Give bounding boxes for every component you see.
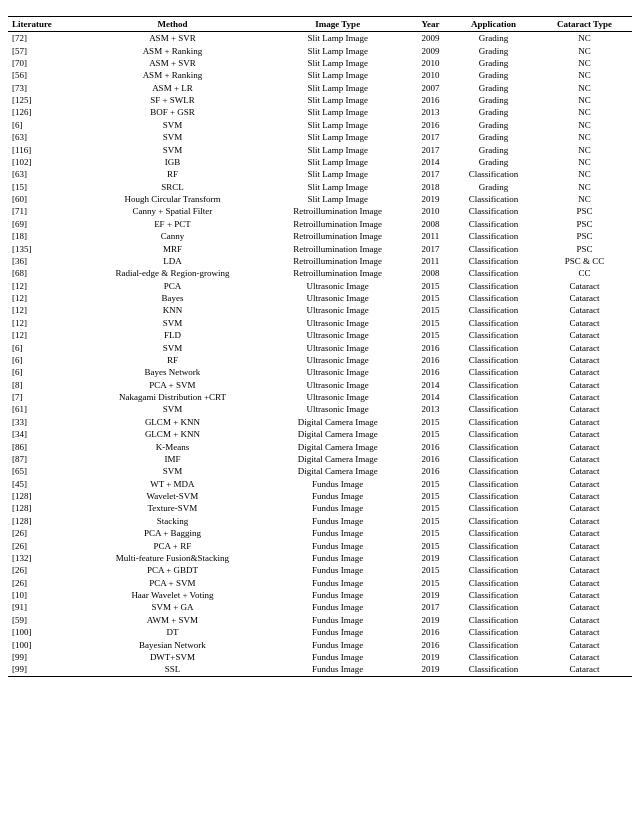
col-header-method: Method xyxy=(80,17,264,32)
cell-r44-c0: [26] xyxy=(8,577,80,589)
cell-r45-c1: Haar Wavelet + Voting xyxy=(80,589,264,601)
cell-r2-c1: ASM + SVR xyxy=(80,57,264,69)
cell-r34-c5: Cataract xyxy=(537,453,632,465)
cell-r28-c4: Classification xyxy=(450,379,537,391)
cell-r20-c1: PCA xyxy=(80,280,264,292)
col-header-year: Year xyxy=(411,17,450,32)
cell-r15-c1: EF + PCT xyxy=(80,218,264,230)
cell-r15-c5: PSC xyxy=(537,218,632,230)
cell-r5-c1: SF + SWLR xyxy=(80,94,264,106)
cell-r19-c1: Radial-edge & Region-growing xyxy=(80,267,264,279)
cell-r14-c3: 2010 xyxy=(411,205,450,217)
cell-r31-c5: Cataract xyxy=(537,416,632,428)
table-row: [12]BayesUltrasonic Image2015Classificat… xyxy=(8,292,632,304)
cell-r42-c4: Classification xyxy=(450,552,537,564)
cell-r21-c3: 2015 xyxy=(411,292,450,304)
cell-r47-c4: Classification xyxy=(450,614,537,626)
cell-r13-c0: [60] xyxy=(8,193,80,205)
cell-r39-c2: Fundus Image xyxy=(265,515,411,527)
cell-r49-c5: Cataract xyxy=(537,638,632,650)
cell-r38-c4: Classification xyxy=(450,502,537,514)
table-row: [65]SVMDigital Camera Image2016Classific… xyxy=(8,465,632,477)
cell-r34-c1: IMF xyxy=(80,453,264,465)
cell-r3-c2: Slit Lamp Image xyxy=(265,69,411,81)
table-row: [57]ASM + RankingSlit Lamp Image2009Grad… xyxy=(8,44,632,56)
cell-r37-c3: 2015 xyxy=(411,490,450,502)
cell-r6-c2: Slit Lamp Image xyxy=(265,106,411,118)
cell-r48-c0: [100] xyxy=(8,626,80,638)
cell-r4-c5: NC xyxy=(537,82,632,94)
cell-r28-c5: Cataract xyxy=(537,379,632,391)
cell-r43-c1: PCA + GBDT xyxy=(80,564,264,576)
cell-r4-c3: 2007 xyxy=(411,82,450,94)
cell-r1-c3: 2009 xyxy=(411,44,450,56)
table-row: [34]GLCM + KNNDigital Camera Image2015Cl… xyxy=(8,428,632,440)
cell-r30-c1: SVM xyxy=(80,403,264,415)
cell-r10-c0: [102] xyxy=(8,156,80,168)
cell-r36-c5: Cataract xyxy=(537,478,632,490)
cell-r28-c2: Ultrasonic Image xyxy=(265,379,411,391)
cell-r5-c4: Grading xyxy=(450,94,537,106)
cell-r44-c3: 2015 xyxy=(411,577,450,589)
cell-r39-c3: 2015 xyxy=(411,515,450,527)
cell-r35-c0: [65] xyxy=(8,465,80,477)
cell-r37-c2: Fundus Image xyxy=(265,490,411,502)
cell-r16-c4: Classification xyxy=(450,230,537,242)
cell-r1-c1: ASM + Ranking xyxy=(80,44,264,56)
cell-r28-c0: [8] xyxy=(8,379,80,391)
cell-r50-c2: Fundus Image xyxy=(265,651,411,663)
cell-r7-c4: Grading xyxy=(450,119,537,131)
cell-r15-c4: Classification xyxy=(450,218,537,230)
cell-r22-c3: 2015 xyxy=(411,304,450,316)
cell-r18-c1: LDA xyxy=(80,255,264,267)
cell-r11-c0: [63] xyxy=(8,168,80,180)
cell-r39-c5: Cataract xyxy=(537,515,632,527)
table-row: [18]CannyRetroillumination Image2011Clas… xyxy=(8,230,632,242)
cell-r28-c3: 2014 xyxy=(411,379,450,391)
cell-r19-c2: Retroillumination Image xyxy=(265,267,411,279)
cell-r25-c5: Cataract xyxy=(537,341,632,353)
table-row: [6]SVMSlit Lamp Image2016GradingNC xyxy=(8,119,632,131)
cell-r23-c1: SVM xyxy=(80,317,264,329)
cell-r11-c1: RF xyxy=(80,168,264,180)
cell-r10-c5: NC xyxy=(537,156,632,168)
table-row: [10]Haar Wavelet + VotingFundus Image201… xyxy=(8,589,632,601)
cell-r5-c2: Slit Lamp Image xyxy=(265,94,411,106)
cell-r41-c2: Fundus Image xyxy=(265,539,411,551)
table-row: [6]RFUltrasonic Image2016ClassificationC… xyxy=(8,354,632,366)
cell-r34-c3: 2016 xyxy=(411,453,450,465)
table-row: [102]IGBSlit Lamp Image2014GradingNC xyxy=(8,156,632,168)
cell-r48-c4: Classification xyxy=(450,626,537,638)
cell-r4-c4: Grading xyxy=(450,82,537,94)
cell-r17-c1: MRF xyxy=(80,242,264,254)
cell-r21-c2: Ultrasonic Image xyxy=(265,292,411,304)
cell-r50-c5: Cataract xyxy=(537,651,632,663)
table-row: [125]SF + SWLRSlit Lamp Image2016Grading… xyxy=(8,94,632,106)
cell-r10-c2: Slit Lamp Image xyxy=(265,156,411,168)
cell-r42-c0: [132] xyxy=(8,552,80,564)
cell-r22-c5: Cataract xyxy=(537,304,632,316)
cell-r50-c1: DWT+SVM xyxy=(80,651,264,663)
cell-r5-c0: [125] xyxy=(8,94,80,106)
cell-r29-c0: [7] xyxy=(8,391,80,403)
cell-r41-c5: Cataract xyxy=(537,539,632,551)
table-row: [8]PCA + SVMUltrasonic Image2014Classifi… xyxy=(8,379,632,391)
cell-r21-c1: Bayes xyxy=(80,292,264,304)
cell-r35-c2: Digital Camera Image xyxy=(265,465,411,477)
cell-r38-c1: Texture-SVM xyxy=(80,502,264,514)
cell-r43-c4: Classification xyxy=(450,564,537,576)
cell-r23-c2: Ultrasonic Image xyxy=(265,317,411,329)
cell-r27-c5: Cataract xyxy=(537,366,632,378)
cell-r47-c5: Cataract xyxy=(537,614,632,626)
cell-r19-c5: CC xyxy=(537,267,632,279)
cell-r37-c0: [128] xyxy=(8,490,80,502)
cell-r25-c0: [6] xyxy=(8,341,80,353)
cell-r17-c4: Classification xyxy=(450,242,537,254)
table-row: [100]DTFundus Image2016ClassificationCat… xyxy=(8,626,632,638)
cell-r49-c4: Classification xyxy=(450,638,537,650)
cell-r28-c1: PCA + SVM xyxy=(80,379,264,391)
cell-r7-c0: [6] xyxy=(8,119,80,131)
cell-r33-c5: Cataract xyxy=(537,440,632,452)
table-row: [128]Wavelet-SVMFundus Image2015Classifi… xyxy=(8,490,632,502)
cell-r10-c3: 2014 xyxy=(411,156,450,168)
